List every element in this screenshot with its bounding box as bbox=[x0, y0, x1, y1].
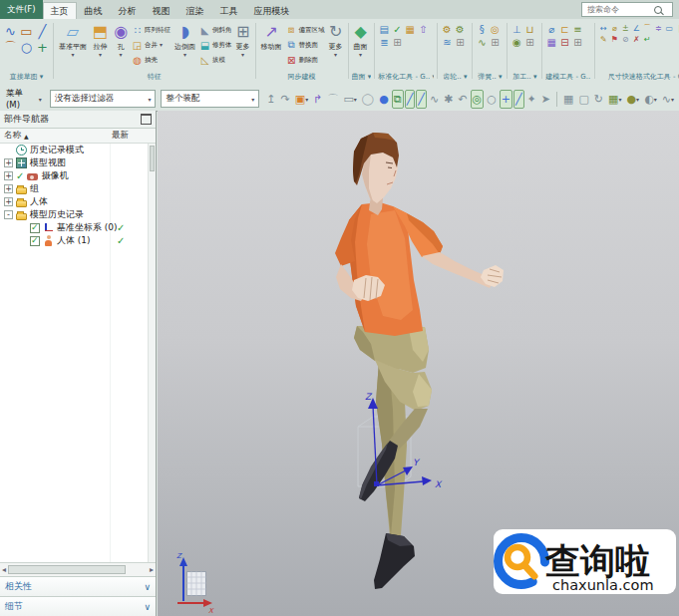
mt-lattice-icon[interactable]: ▦ bbox=[545, 37, 557, 49]
gear-cyl-icon[interactable]: ⚙ bbox=[441, 24, 453, 36]
gear-bevel-icon[interactable]: ⚙ bbox=[454, 24, 466, 36]
sk-arc-icon[interactable]: ⌒ bbox=[3, 40, 18, 55]
spring-leaf-icon[interactable]: ∿ bbox=[476, 37, 488, 49]
mt-more-icon[interactable]: ⊞ bbox=[571, 37, 583, 49]
dim-diameter-icon[interactable]: ⌀ bbox=[609, 24, 619, 34]
section-details[interactable]: 细节 ∨ bbox=[0, 596, 156, 616]
arc-capture-icon[interactable]: ⌒ bbox=[325, 90, 340, 109]
fmt-del-icon[interactable]: ✗ bbox=[631, 35, 641, 45]
tab-modules[interactable]: 应用模块 bbox=[246, 2, 298, 19]
trace-curve-icon[interactable]: ↱ bbox=[311, 90, 324, 109]
tree-row[interactable]: +人体 bbox=[0, 195, 156, 208]
snap-intersection-icon[interactable]: + bbox=[500, 90, 512, 109]
ribbon-button-feature-more[interactable]: ⊞更多▾ bbox=[234, 21, 252, 58]
dim-linear-icon[interactable]: ↔ bbox=[598, 24, 608, 34]
std-export-icon[interactable]: ⇧ bbox=[417, 24, 429, 36]
3d-viewport-canvas[interactable]: Z X Y Z X 查询啦 chax bbox=[158, 111, 679, 616]
expand-toggle-icon[interactable]: + bbox=[4, 171, 13, 180]
fmt-flag-icon[interactable]: ⚑ bbox=[609, 35, 619, 45]
snap-toggle-icon[interactable]: ⧉ bbox=[392, 90, 404, 109]
tab-view[interactable]: 视图 bbox=[145, 2, 178, 19]
expand-toggle-icon[interactable]: + bbox=[4, 184, 13, 193]
rotate-view-icon[interactable]: ↷ bbox=[279, 90, 292, 109]
selection-scope-dropdown[interactable]: 整个装配 ▾ bbox=[161, 90, 259, 108]
tree-row[interactable]: 历史记录模式 bbox=[0, 144, 156, 156]
ball-gray-icon[interactable]: ◯ bbox=[360, 90, 376, 109]
tab-render[interactable]: 渲染 bbox=[178, 2, 212, 19]
dim-frame-icon[interactable]: ▭ bbox=[664, 24, 674, 34]
sk-spline-icon[interactable]: ∿ bbox=[3, 24, 18, 39]
shaded-style-icon[interactable]: ●▾ bbox=[625, 90, 642, 109]
ribbon-button-pattern-feature[interactable]: ∷阵列特征 bbox=[132, 23, 170, 37]
feature-checkbox[interactable] bbox=[30, 236, 40, 246]
tree-row[interactable]: 基准坐标系 (0)✓ bbox=[0, 221, 156, 234]
sk-circle-icon[interactable]: ○ bbox=[19, 40, 34, 55]
fit-view-icon[interactable]: ▦▾ bbox=[606, 90, 623, 109]
mach-drill-icon[interactable]: ◉ bbox=[510, 37, 522, 49]
ribbon-button-delete-face[interactable]: ⊠删除面 bbox=[286, 53, 325, 67]
gear-rack-icon[interactable]: ≋ bbox=[441, 37, 453, 49]
std-frame-icon[interactable]: ▤ bbox=[378, 24, 390, 36]
sk-rect-icon[interactable]: ▭ bbox=[19, 24, 34, 39]
snap-pole-icon[interactable]: ➤ bbox=[539, 90, 552, 109]
spring-disc-icon[interactable]: ◎ bbox=[489, 24, 501, 36]
mach-more-icon[interactable]: ⊞ bbox=[523, 37, 535, 49]
tab-curve[interactable]: 曲线 bbox=[77, 2, 111, 19]
tree-row[interactable]: 人体 (1)✓ bbox=[0, 234, 156, 247]
snap-midpoint-icon[interactable]: ╱ bbox=[416, 90, 427, 109]
snap-point-on-face-icon[interactable]: ╱ bbox=[513, 90, 524, 109]
view-orientation-triad[interactable]: Z X bbox=[176, 552, 214, 615]
snap-endpoint-icon[interactable]: ╱ bbox=[405, 90, 416, 109]
scroll-left-icon[interactable]: ◂ bbox=[2, 566, 6, 574]
snap-on-curve-icon[interactable]: ∿ bbox=[428, 90, 441, 109]
feature-checkbox[interactable] bbox=[30, 223, 40, 233]
tree-row[interactable]: +模型视图 bbox=[0, 156, 156, 169]
ribbon-button-draft[interactable]: ◺拔模 bbox=[199, 53, 232, 67]
ribbon-button-offset-region[interactable]: ⧈偏置区域 bbox=[286, 23, 325, 37]
mt-pocket-icon[interactable]: ⊏ bbox=[558, 24, 570, 36]
spring-more-icon[interactable]: ⊞ bbox=[489, 37, 501, 49]
vertical-scrollbar[interactable] bbox=[148, 144, 156, 562]
dim-parallel-icon[interactable]: ∥ bbox=[675, 24, 679, 34]
ribbon-button-shell[interactable]: ◍抽壳 bbox=[132, 53, 170, 67]
undock-window-icon[interactable] bbox=[141, 114, 152, 125]
tree-column-headers[interactable]: 名称 ▲ 最新 bbox=[0, 129, 156, 144]
mt-bolt-icon[interactable]: ⌀ bbox=[545, 24, 557, 36]
dim-radius-icon[interactable]: ⌒ bbox=[642, 24, 652, 34]
horizontal-scrollbar[interactable]: ◂ ▸ bbox=[0, 562, 156, 576]
column-status[interactable]: 最新 bbox=[112, 130, 129, 142]
ribbon-button-extrude[interactable]: ⬒拉伸▾ bbox=[91, 21, 110, 58]
fmt-null-icon[interactable]: ⊘ bbox=[620, 35, 630, 45]
tree-row[interactable]: +组 bbox=[0, 182, 156, 195]
view-orient-icon[interactable]: ◐▾ bbox=[642, 90, 659, 109]
render-style-icon[interactable]: ∿▾ bbox=[660, 90, 676, 109]
dim-sym-icon[interactable]: ≑ bbox=[653, 24, 663, 34]
sk-line-icon[interactable]: ╱ bbox=[35, 24, 50, 39]
sk-plus-icon[interactable]: + bbox=[35, 40, 50, 55]
scroll-right-icon[interactable]: ▸ bbox=[150, 566, 154, 574]
command-search[interactable] bbox=[581, 2, 673, 17]
tree-row[interactable]: -模型历史记录 bbox=[0, 208, 156, 221]
ribbon-button-datum-plane[interactable]: ▱基准平面▾ bbox=[57, 21, 89, 58]
gear-more-icon[interactable]: ⊞ bbox=[454, 37, 466, 49]
std-more-icon[interactable]: ⊞ bbox=[391, 37, 403, 49]
scrollbar-thumb[interactable] bbox=[150, 146, 155, 171]
expand-toggle-icon[interactable]: + bbox=[4, 197, 13, 206]
std-check-icon[interactable]: ✓ bbox=[391, 24, 403, 36]
column-name[interactable]: 名称 bbox=[4, 130, 21, 142]
scrollbar-thumb[interactable] bbox=[8, 565, 126, 574]
tab-home[interactable]: 主页 bbox=[43, 2, 77, 19]
show-hide-icon[interactable]: ▦ bbox=[561, 90, 575, 109]
dim-tol-icon[interactable]: ± bbox=[620, 24, 630, 34]
regenerate-view-icon[interactable]: ↻ bbox=[592, 90, 605, 109]
graphics-window[interactable]: Z X Y Z X 查询啦 chax bbox=[158, 111, 679, 616]
tab-analysis[interactable]: 分析 bbox=[111, 2, 145, 19]
tab-tools[interactable]: 工具 bbox=[212, 2, 246, 19]
snap-knot-icon[interactable]: ✦ bbox=[525, 90, 538, 109]
ribbon-button-edge-blend[interactable]: ◗边倒圆▾ bbox=[172, 21, 197, 58]
ribbon-button-hole[interactable]: ◉孔▾ bbox=[112, 21, 130, 58]
expand-toggle-icon[interactable]: + bbox=[4, 158, 13, 167]
mt-split-icon[interactable]: ⊟ bbox=[558, 37, 570, 49]
menu-button[interactable]: 菜单(M) ▾ bbox=[3, 88, 45, 110]
ribbon-button-chamfer[interactable]: ◣倒斜角 bbox=[199, 23, 232, 37]
